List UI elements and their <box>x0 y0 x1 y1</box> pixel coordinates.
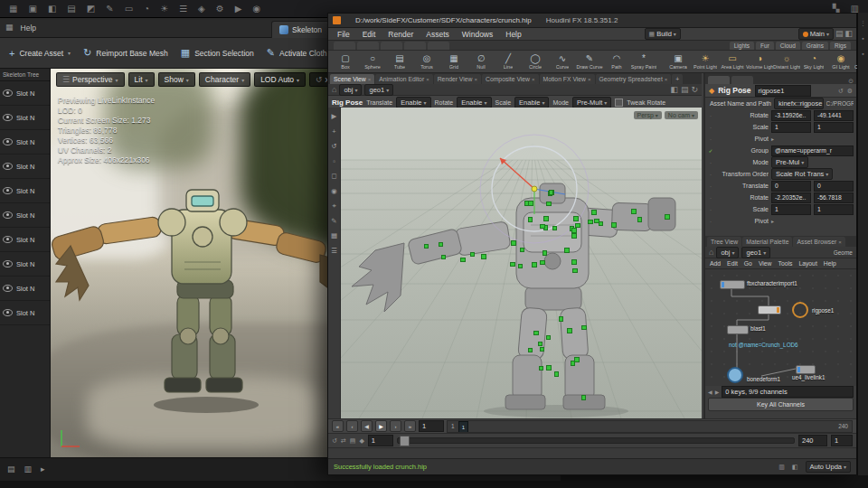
tab-material-palette[interactable]: Material Palette <box>742 237 792 247</box>
range-slider[interactable] <box>397 437 795 444</box>
pin-icon[interactable]: ⊙ <box>848 78 854 84</box>
list-item[interactable]: Slot N <box>0 301 50 325</box>
window-panel-icon[interactable]: ▚ <box>833 5 840 14</box>
shelf-tool-sphere[interactable]: ○Sphere <box>359 54 386 70</box>
menu-icon[interactable]: ☰ <box>331 248 337 255</box>
section-selection-button[interactable]: ▦ Section Selection <box>181 47 254 59</box>
menu-help[interactable]: Help <box>824 260 836 267</box>
tab-tree-view[interactable]: Tree View <box>707 237 741 247</box>
tweak-rotate-checkbox[interactable] <box>615 99 623 107</box>
auto-update-select[interactable]: Auto Upda▾ <box>806 461 851 473</box>
platforms-icon[interactable]: ◉ <box>252 5 260 14</box>
blueprint-icon[interactable]: ☰ <box>179 5 187 14</box>
key-all-channels-button[interactable]: Key All Channels <box>708 398 854 411</box>
list-item[interactable]: Slot N <box>0 155 50 179</box>
asset-name-select[interactable]: kinefx::rigpose▾ <box>774 98 824 109</box>
close-icon[interactable]: × <box>474 77 477 82</box>
shelf-tool-gi-light[interactable]: ◉GI Light <box>827 54 854 70</box>
slider-handle[interactable] <box>400 436 410 446</box>
tab-composite-view[interactable]: Composite View× <box>482 74 539 84</box>
translate-enable-select[interactable]: Enable▾ <box>396 97 430 108</box>
shelf-tab[interactable] <box>428 42 449 50</box>
menu-tools[interactable]: Tools <box>778 260 793 267</box>
modes-icon[interactable]: ▦ <box>9 5 17 14</box>
panel-icon[interactable]: ◧ <box>844 30 853 38</box>
mode-select[interactable]: Pre-Mult▾ <box>572 97 611 108</box>
scale-y-field[interactable]: 1 <box>814 122 854 133</box>
move-tool-icon[interactable]: + <box>332 128 335 136</box>
path-obj[interactable]: obj▾ <box>716 247 739 258</box>
shelf-tool-point-light[interactable]: ☀Point Light <box>692 54 719 70</box>
shelf-tool-box[interactable]: ▢Box <box>332 54 359 70</box>
menu-edit[interactable]: Edit <box>357 30 382 39</box>
brush-icon[interactable]: ✎ <box>106 5 113 14</box>
step-back-button[interactable]: ◀ <box>361 420 373 432</box>
list-item[interactable]: Slot N <box>0 252 50 277</box>
tab-asset-browser[interactable]: Asset Browser× <box>793 237 844 247</box>
menu-add[interactable]: Add <box>710 260 721 267</box>
menu-assets[interactable]: Assets <box>420 30 455 39</box>
menu-go[interactable]: Go <box>744 260 752 267</box>
shelf-tab-grains[interactable]: Grains <box>802 42 828 50</box>
node-name-field[interactable]: rigpose1 <box>755 85 811 97</box>
list-item[interactable]: Slot N <box>0 179 50 203</box>
close-icon[interactable]: × <box>588 77 591 82</box>
play-icon[interactable]: ▶ <box>235 5 242 14</box>
close-icon[interactable]: × <box>368 77 372 82</box>
parameter-tab[interactable] <box>731 76 753 84</box>
eye-icon[interactable] <box>3 285 13 292</box>
eye-icon[interactable] <box>3 309 13 316</box>
light-icon[interactable]: ☀ <box>160 5 168 14</box>
lod-auto-button[interactable]: LOD Auto▾ <box>254 72 306 87</box>
shelf-tool-grid[interactable]: ▦Grid <box>440 54 467 70</box>
reimport-base-mesh-button[interactable]: ↻ Reimport Base Mesh <box>83 47 168 59</box>
menu-file[interactable]: File <box>332 30 355 39</box>
rotate-y-field[interactable]: -49.1441 <box>814 110 854 121</box>
layout-icon[interactable]: ▤ <box>835 30 844 38</box>
no-cam-selector[interactable]: No cam▾ <box>665 111 698 119</box>
handles-icon[interactable]: ◻ <box>331 173 336 180</box>
scale-tool-icon[interactable]: ▫ <box>333 158 335 165</box>
rotate2-y-field[interactable]: -56.7818 <box>814 192 854 203</box>
path-geo1[interactable]: geo1▾ <box>364 84 393 96</box>
list-item[interactable]: Slot N <box>0 228 50 252</box>
shelf-tool-torus[interactable]: ◎Torus <box>413 54 440 70</box>
eye-icon[interactable] <box>3 187 13 194</box>
menu-layout[interactable]: Layout <box>798 260 816 267</box>
list-item[interactable]: Slot N <box>0 203 50 228</box>
shelf-tool-circle[interactable]: ◯Circle <box>522 54 549 70</box>
shelf-tool-tube[interactable]: ▤Tube <box>386 54 413 70</box>
shelf-tab[interactable] <box>357 42 379 50</box>
grid-toggle-icon[interactable]: ▤ <box>681 86 689 94</box>
shelf-tab[interactable] <box>381 42 402 50</box>
cinematics-icon[interactable]: ◈ <box>198 5 205 14</box>
tab-render-view[interactable]: Render View× <box>434 74 481 84</box>
node-rigpose[interactable] <box>758 305 781 314</box>
shelf-tab[interactable] <box>334 42 355 50</box>
eye-icon[interactable] <box>3 163 13 170</box>
playhead[interactable]: 1 <box>458 421 468 433</box>
eye-icon[interactable] <box>3 236 13 243</box>
eye-icon[interactable] <box>3 260 13 267</box>
refresh-icon[interactable]: ↻ <box>691 86 698 94</box>
snap-icon[interactable]: ◧ <box>670 86 678 94</box>
camera-icon[interactable]: ◔ <box>144 5 149 14</box>
persp-selector[interactable]: Persp▾ <box>634 111 662 119</box>
mesh-icon[interactable]: ◧ <box>48 5 56 14</box>
collapse-arrow-icon[interactable]: ▸ <box>771 218 774 224</box>
range-end-field[interactable]: 240 <box>798 435 827 446</box>
tab-motion-fx-view[interactable]: Motion FX View× <box>540 74 595 84</box>
current-frame-field[interactable]: 1 <box>419 420 444 432</box>
rotate-tool-icon[interactable]: ↺ <box>331 143 336 150</box>
main-take-selector[interactable]: Main▾ <box>798 28 834 40</box>
eye-icon[interactable] <box>3 89 13 97</box>
viewport-scene[interactable]: Persp▾ No cam▾ <box>341 108 702 418</box>
new-tab-button[interactable]: + <box>672 74 683 84</box>
shelf-tool-volume-light[interactable]: ◑Volume Light <box>746 54 773 70</box>
pose-tool-icon[interactable]: ◉ <box>331 188 337 195</box>
node-bonedeform-badge[interactable] <box>727 367 743 383</box>
step-forward-button[interactable]: › <box>390 420 401 432</box>
shelf-tool-sky-light[interactable]: ◔Sky Light <box>800 54 827 70</box>
desktop-selector[interactable]: ▦Build▾ <box>645 28 681 40</box>
translate-y-field[interactable]: 0 <box>814 181 854 192</box>
